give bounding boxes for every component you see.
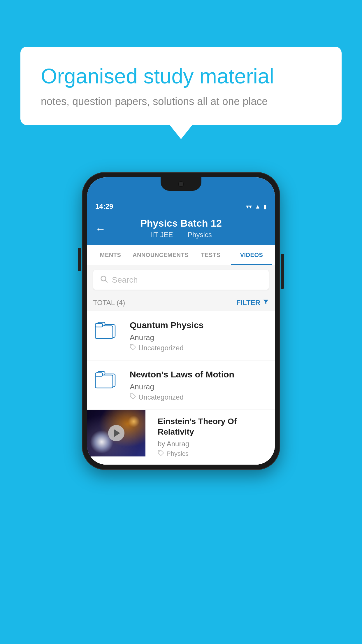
search-bar-container: Search: [87, 265, 275, 295]
wifi-icon: ▾▾: [246, 203, 252, 210]
speech-bubble: Organised study material notes, question…: [20, 47, 342, 125]
tag-icon-3: [158, 450, 164, 458]
folder-icon-2: [95, 369, 121, 391]
svg-rect-9: [95, 375, 113, 388]
video-item-3[interactable]: Einstein's Theory Of Relativity by Anura…: [87, 410, 275, 465]
tag-text-3: Physics: [166, 450, 189, 458]
battery-icon: ▮: [263, 203, 267, 210]
svg-rect-4: [95, 326, 113, 339]
filter-label: FILTER: [236, 299, 260, 307]
header-subtitle-physics: Physics: [188, 231, 212, 239]
filter-button[interactable]: FILTER: [236, 299, 269, 307]
tag-text-1: Uncategorized: [138, 344, 184, 352]
video-item[interactable]: Quantum Physics Anurag Uncategorized: [87, 311, 275, 360]
video-author-1: Anurag: [130, 333, 268, 342]
tab-ments[interactable]: MENTS: [90, 245, 131, 265]
video-author-3: by Anurag: [158, 440, 270, 448]
phone-outer: 14:29 ▾▾ ▲ ▮ ← Physics Batch 12 IIT JEE …: [82, 172, 280, 470]
play-triangle-icon: [114, 429, 120, 437]
tab-videos[interactable]: VIDEOS: [231, 245, 272, 265]
tag-icon-1: [130, 344, 136, 352]
video-title-1: Quantum Physics: [130, 319, 268, 331]
back-button[interactable]: ←: [95, 223, 106, 235]
search-icon: [100, 275, 108, 285]
status-icons: ▾▾ ▲ ▮: [246, 203, 267, 210]
tab-announcements[interactable]: ANNOUNCEMENTS: [131, 245, 190, 265]
orb-2: [128, 416, 140, 427]
video-thumb-2: [94, 369, 123, 391]
video-title-3: Einstein's Theory Of Relativity: [158, 416, 270, 438]
svg-rect-5: [95, 323, 103, 327]
video-author-2: Anurag: [130, 382, 268, 391]
bubble-subtitle: notes, question papers, solutions all at…: [41, 95, 321, 108]
folder-icon-1: [95, 319, 121, 342]
status-bar: 14:29 ▾▾ ▲ ▮: [87, 201, 275, 212]
video-tag-2: Uncategorized: [130, 393, 268, 401]
play-button-3[interactable]: [108, 425, 124, 441]
filter-bar: TOTAL (4) FILTER: [87, 295, 275, 311]
camera: [178, 181, 184, 187]
video-info-3: Einstein's Theory Of Relativity by Anura…: [152, 410, 275, 464]
video-info-1: Quantum Physics Anurag Uncategorized: [130, 319, 268, 352]
video-list: Quantum Physics Anurag Uncategorized: [87, 311, 275, 465]
signal-icon: ▲: [255, 203, 261, 210]
video-info-2: Newton's Laws of Motion Anurag Uncategor…: [130, 369, 268, 401]
phone-mockup: 14:29 ▾▾ ▲ ▮ ← Physics Batch 12 IIT JEE …: [82, 172, 280, 470]
svg-rect-10: [95, 373, 103, 376]
app-header: ← Physics Batch 12 IIT JEE Physics: [87, 212, 275, 245]
bubble-title: Organised study material: [41, 64, 321, 88]
header-subtitle: IIT JEE Physics: [95, 231, 267, 239]
notch-area: [87, 177, 275, 201]
phone-inner: 14:29 ▾▾ ▲ ▮ ← Physics Batch 12 IIT JEE …: [87, 177, 275, 465]
video-title-2: Newton's Laws of Motion: [130, 369, 268, 380]
video-thumb-1: [94, 319, 123, 342]
video-thumbnail-3: [87, 410, 145, 456]
search-input-wrapper[interactable]: Search: [93, 270, 269, 290]
video-tag-3: Physics: [158, 450, 270, 458]
header-subtitle-iit: IIT JEE: [150, 231, 173, 239]
header-title: Physics Batch 12: [95, 218, 267, 229]
speech-bubble-wrapper: Organised study material notes, question…: [20, 47, 342, 125]
status-time: 14:29: [95, 202, 113, 211]
search-placeholder-text: Search: [112, 275, 138, 285]
filter-icon: [263, 299, 269, 307]
notch: [161, 177, 201, 191]
svg-line-1: [105, 280, 107, 282]
tag-text-2: Uncategorized: [138, 393, 184, 401]
tabs-bar: MENTS ANNOUNCEMENTS TESTS VIDEOS: [87, 245, 275, 265]
tag-icon-2: [130, 393, 136, 401]
video-tag-1: Uncategorized: [130, 344, 268, 352]
video-item-2[interactable]: Newton's Laws of Motion Anurag Uncategor…: [87, 360, 275, 410]
total-count: TOTAL (4): [93, 299, 125, 307]
tab-tests[interactable]: TESTS: [190, 245, 231, 265]
